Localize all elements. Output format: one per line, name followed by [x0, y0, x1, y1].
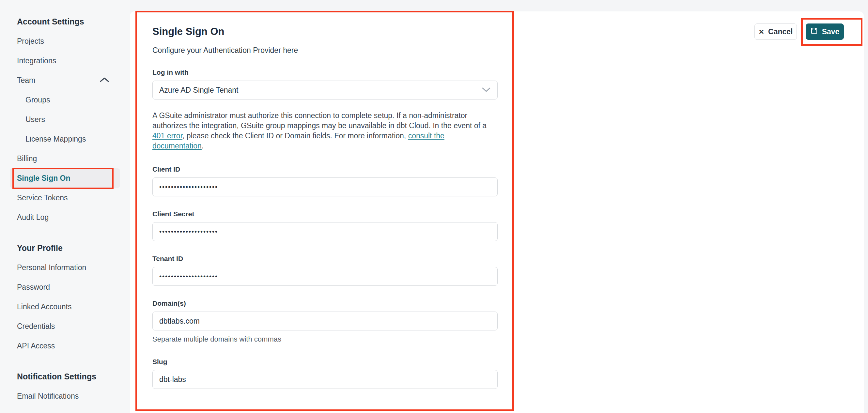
settings-sidebar: Account Settings Projects Integrations T… — [0, 0, 130, 413]
chevron-up-icon[interactable] — [99, 76, 109, 85]
sidebar-item-label: Personal Information — [17, 263, 86, 272]
sidebar-item-label: API Access — [17, 342, 55, 350]
client-secret-group: Client Secret •••••••••••••••••••• — [152, 210, 498, 241]
sidebar-header-label: Your Profile — [17, 243, 63, 253]
sidebar-item-personal-information[interactable]: Personal Information — [0, 258, 130, 277]
sso-form: Single Sign On Configure your Authentica… — [130, 11, 498, 389]
sidebar-item-integrations[interactable]: Integrations — [0, 51, 130, 70]
sidebar-item-label: Linked Accounts — [17, 303, 72, 311]
chevron-down-icon — [482, 86, 491, 95]
sidebar-header-label: Account Settings — [17, 17, 84, 26]
client-secret-masked-value: •••••••••••••••••••• — [159, 228, 218, 235]
tenant-id-masked-value: •••••••••••••••••••• — [159, 273, 218, 280]
sidebar-item-billing[interactable]: Billing — [0, 149, 130, 168]
sidebar-item-service-tokens[interactable]: Service Tokens — [0, 188, 130, 208]
client-secret-label: Client Secret — [152, 210, 498, 218]
domains-group: Domain(s) dbtlabs.com Separate multiple … — [152, 299, 498, 344]
sidebar-header-label: Notification Settings — [17, 372, 96, 381]
page-title: Single Sign On — [152, 26, 498, 37]
cancel-button-label: Cancel — [768, 27, 793, 36]
sidebar-item-password[interactable]: Password — [0, 277, 130, 297]
auth-provider-select[interactable]: Azure AD Single Tenant — [152, 81, 498, 99]
client-id-input[interactable]: •••••••••••••••••••• — [152, 178, 498, 196]
sidebar-item-credentials[interactable]: Credentials — [0, 316, 130, 336]
close-icon: ✕ — [758, 28, 764, 35]
tenant-id-input[interactable]: •••••••••••••••••••• — [152, 267, 498, 286]
sidebar-item-email-notifications[interactable]: Email Notifications — [0, 386, 130, 406]
sidebar-item-team[interactable]: Team — [0, 70, 130, 90]
slug-group: Slug dbt-labs — [152, 358, 498, 389]
tenant-id-label: Tenant ID — [152, 255, 498, 263]
sidebar-item-label: License Mappings — [26, 135, 86, 144]
info-text-part: A GSuite administrator must authorize th… — [152, 111, 487, 130]
gsuite-info-text: A GSuite administrator must authorize th… — [152, 110, 498, 151]
sidebar-item-label: Credentials — [17, 322, 55, 331]
slug-value: dbt-labs — [159, 375, 186, 384]
sidebar-item-api-access[interactable]: API Access — [0, 336, 130, 356]
sidebar-item-label: Password — [17, 283, 50, 292]
info-text-part: , please check the Client ID or Domain f… — [182, 131, 408, 140]
slug-input[interactable]: dbt-labs — [152, 370, 498, 389]
client-id-masked-value: •••••••••••••••••••• — [159, 183, 218, 191]
client-secret-input[interactable]: •••••••••••••••••••• — [152, 222, 498, 241]
main-content-panel: Single Sign On Configure your Authentica… — [130, 11, 864, 413]
sidebar-header-your-profile: Your Profile — [0, 238, 130, 258]
sidebar-header-account-settings: Account Settings — [0, 12, 130, 31]
sidebar-item-groups[interactable]: Groups — [0, 90, 130, 109]
save-button-label: Save — [822, 27, 840, 36]
login-with-label: Log in with — [152, 68, 498, 76]
info-text-part: . — [202, 141, 204, 150]
sidebar-item-label: Integrations — [17, 57, 56, 65]
sidebar-item-label: Email Notifications — [17, 392, 79, 401]
sidebar-item-linked-accounts[interactable]: Linked Accounts — [0, 297, 130, 316]
sidebar-item-label: Groups — [26, 96, 50, 104]
sidebar-item-projects[interactable]: Projects — [0, 31, 130, 51]
slug-label: Slug — [152, 358, 498, 366]
auth-provider-selected-value: Azure AD Single Tenant — [159, 86, 239, 95]
client-id-group: Client ID •••••••••••••••••••• — [152, 165, 498, 196]
save-icon — [810, 27, 818, 36]
client-id-label: Client ID — [152, 165, 498, 173]
domains-input[interactable]: dbtlabs.com — [152, 312, 498, 330]
401-error-link[interactable]: 401 error — [152, 131, 182, 140]
sidebar-item-audit-log[interactable]: Audit Log — [0, 208, 130, 227]
tenant-id-group: Tenant ID •••••••••••••••••••• — [152, 255, 498, 286]
sidebar-item-single-sign-on[interactable]: Single Sign On — [10, 168, 120, 188]
sidebar-item-label: Projects — [17, 37, 44, 46]
sidebar-item-label: Billing — [17, 154, 37, 163]
sidebar-item-label: Users — [26, 115, 45, 124]
sidebar-item-label: Team — [17, 76, 35, 85]
sidebar-item-label: Audit Log — [17, 213, 49, 222]
page-subtitle: Configure your Authentication Provider h… — [152, 46, 498, 55]
save-button[interactable]: Save — [806, 24, 844, 40]
cancel-button[interactable]: ✕ Cancel — [754, 24, 797, 40]
sidebar-item-users[interactable]: Users — [0, 109, 130, 129]
sidebar-header-notification-settings: Notification Settings — [0, 367, 130, 386]
sidebar-item-label: Service Tokens — [17, 193, 68, 202]
domains-label: Domain(s) — [152, 299, 498, 307]
dbt-cloud-account-settings-page: { "annotation": { "color": "#f43b20" }, … — [0, 0, 868, 413]
sidebar-item-license-mappings[interactable]: License Mappings — [0, 129, 130, 149]
domains-helper-text: Separate multiple domains with commas — [152, 335, 498, 344]
domains-value: dbtlabs.com — [159, 317, 200, 325]
sidebar-item-label: Single Sign On — [17, 174, 70, 183]
